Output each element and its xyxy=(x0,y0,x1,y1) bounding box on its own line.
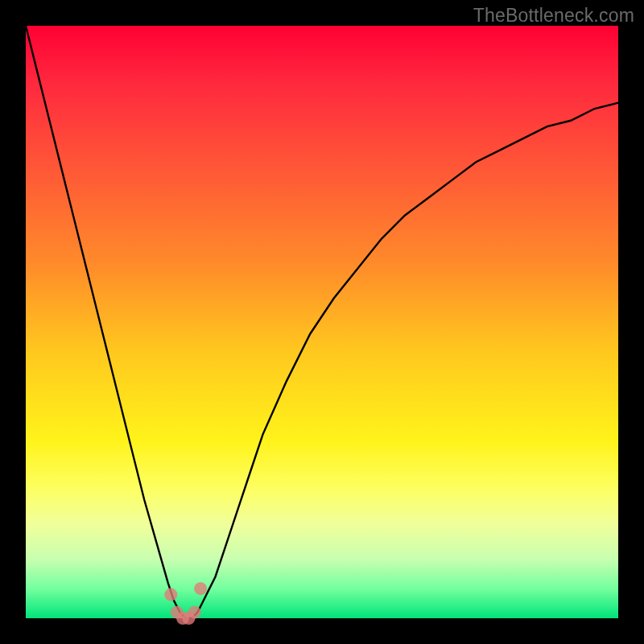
plot-area xyxy=(26,26,618,618)
curve-line xyxy=(26,26,618,618)
curve-marker xyxy=(194,582,207,595)
curve-marker xyxy=(164,588,177,601)
chart-frame: TheBottleneck.com xyxy=(0,0,644,644)
curve-marker xyxy=(188,606,201,619)
watermark-text: TheBottleneck.com xyxy=(473,5,634,27)
bottleneck-curve xyxy=(26,26,618,618)
curve-markers xyxy=(164,582,207,625)
